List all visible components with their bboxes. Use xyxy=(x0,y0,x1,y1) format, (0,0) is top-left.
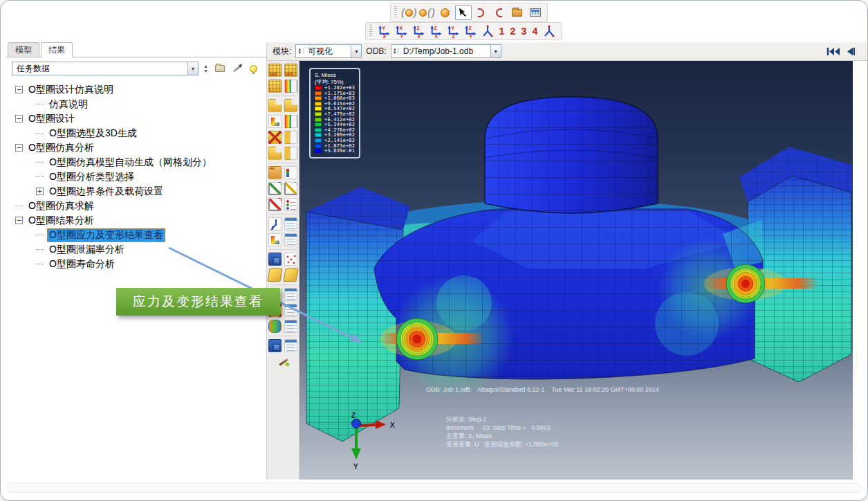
viewport-monitor-icon[interactable] xyxy=(527,5,544,20)
create-path-icon[interactable] xyxy=(268,217,281,230)
xy-manager-icon[interactable] xyxy=(284,198,297,211)
legend-swatch xyxy=(315,91,322,95)
module-spinner[interactable]: ▲▼ xyxy=(296,48,304,55)
collapse-icon[interactable]: − xyxy=(15,115,23,122)
ply-stack-options-icon[interactable] xyxy=(284,339,297,352)
tree-toolbar: 任务数据 ▼ ▲▼ xyxy=(12,62,262,75)
tree-item[interactable]: −O型圈结果分析 xyxy=(6,213,266,228)
tree-item[interactable]: O型圈泄漏率分析 xyxy=(6,242,266,257)
field-output-icon[interactable] xyxy=(268,80,281,93)
view-yx-button[interactable]: YX xyxy=(376,24,392,39)
shaded-sphere-icon[interactable] xyxy=(437,5,454,20)
view-zy-button[interactable]: ZY xyxy=(462,24,479,39)
viewport-3d[interactable]: S, Mises (平均: 75%) +1.282e+03+1.175e+03+… xyxy=(299,61,853,480)
toolbar-grip[interactable] xyxy=(369,25,372,37)
chevron-down-icon[interactable]: ▼ xyxy=(187,62,198,75)
collapse-icon[interactable]: − xyxy=(15,217,23,224)
odb-value: D:/Temp/Job-1.odb xyxy=(399,46,490,56)
tree-item[interactable]: −O型圈设计仿真说明 xyxy=(6,82,266,97)
task-data-select[interactable]: 任务数据 ▼ xyxy=(12,62,198,75)
view-yz-button[interactable]: YZ xyxy=(445,24,461,39)
svg-text:Y: Y xyxy=(400,34,404,38)
tree-item[interactable]: 仿真说明 xyxy=(6,97,266,111)
axes-options-button[interactable] xyxy=(541,24,557,39)
perspective-b-icon[interactable]: () xyxy=(418,5,435,20)
view-preset-1-button[interactable]: 1 xyxy=(497,24,507,39)
redo-icon[interactable] xyxy=(491,5,508,20)
view-preset-4-button[interactable]: 4 xyxy=(530,24,540,39)
display-group-manager-icon[interactable] xyxy=(283,268,298,282)
output-variables-icon[interactable] xyxy=(284,166,297,179)
tree-item[interactable]: O型圈分析类型选择 xyxy=(6,170,266,184)
tree-item[interactable]: O型圈仿真求解 xyxy=(6,199,266,213)
view-zx-button[interactable]: ZX xyxy=(427,24,444,39)
folder-up-icon[interactable] xyxy=(213,62,227,75)
rotate-view-icon[interactable] xyxy=(455,5,472,20)
view-zx-button[interactable]: ZX xyxy=(410,24,427,39)
xy-operate-icon[interactable] xyxy=(268,198,281,211)
tree-item[interactable]: O型圈寿命分析 xyxy=(6,257,266,271)
axes-triad: Z X Y xyxy=(342,412,405,473)
expand-icon[interactable]: + xyxy=(36,188,44,195)
odb-history-icon[interactable] xyxy=(268,166,281,179)
toolbar-grip[interactable] xyxy=(394,6,397,19)
view-xy-button[interactable]: XY xyxy=(393,24,409,39)
lightbulb-icon[interactable] xyxy=(246,62,260,75)
svg-text:X: X xyxy=(400,26,403,30)
odb-select[interactable]: ▲▼ D:/Temp/Job-1.odb ▼ xyxy=(391,44,501,58)
tree-item[interactable]: −O型圈仿真分析 xyxy=(6,140,266,155)
edit-pencil-icon[interactable] xyxy=(230,62,243,75)
toolbox-separator xyxy=(269,284,297,285)
free-body-cut-icon[interactable] xyxy=(268,320,281,333)
tree-item[interactable]: O型圈仿真模型自动生成（网格划分） xyxy=(6,155,266,170)
plot-deformed-icon[interactable] xyxy=(284,99,297,112)
chevron-down-icon[interactable]: ▼ xyxy=(351,45,361,57)
tree-item[interactable]: O型圈选型及3D生成 xyxy=(6,126,266,140)
skip-to-start-icon[interactable] xyxy=(826,47,840,56)
symbol-options-icon[interactable] xyxy=(284,131,297,144)
material-orientations-icon[interactable] xyxy=(268,147,281,160)
chevron-down-icon[interactable]: ▼ xyxy=(490,45,501,57)
tree-spinner[interactable]: ▲▼ xyxy=(201,64,210,73)
xy-data-create-icon[interactable] xyxy=(268,182,281,195)
spectrum-manager-icon[interactable] xyxy=(284,80,297,93)
tree-item[interactable]: O型圈应力及变形结果查看 xyxy=(6,228,266,242)
orientation-options-icon[interactable] xyxy=(284,147,297,160)
stress-markers-icon[interactable] xyxy=(284,253,297,266)
view-preset-2-button[interactable]: 2 xyxy=(508,24,518,39)
plot-symbols-icon[interactable] xyxy=(268,131,281,144)
xy-data-plot-icon[interactable] xyxy=(284,182,297,195)
tree-item[interactable]: +O型圈边界条件及载荷设置 xyxy=(6,184,266,199)
custom-view-axes-button[interactable] xyxy=(479,24,496,39)
probe-dialog-icon[interactable] xyxy=(284,233,297,246)
ply-stack-plot-icon[interactable] xyxy=(268,339,281,352)
display-group-create-icon[interactable] xyxy=(267,268,282,282)
element-labels-icon[interactable] xyxy=(268,64,281,77)
session-folder-icon[interactable] xyxy=(509,5,526,20)
tab-模型[interactable]: 模型 xyxy=(8,42,39,57)
collapse-icon[interactable]: − xyxy=(15,86,23,93)
undo-icon[interactable] xyxy=(473,5,490,20)
animation-options-icon[interactable] xyxy=(284,288,297,301)
probe-values-icon[interactable] xyxy=(268,233,281,246)
step-back-icon[interactable] xyxy=(845,47,855,56)
view-cut-manager-icon[interactable] xyxy=(268,253,281,266)
plot-contours-icon[interactable] xyxy=(268,115,281,128)
module-select[interactable]: ▲▼ 可视化 ▼ xyxy=(295,44,362,58)
odb-spinner[interactable]: ▲▼ xyxy=(391,48,399,55)
collapse-icon[interactable]: − xyxy=(15,144,23,152)
svg-text:X: X xyxy=(418,34,421,38)
perspective-a-icon[interactable]: () xyxy=(400,5,417,20)
contour-options-icon[interactable] xyxy=(284,115,297,128)
node-labels-icon[interactable] xyxy=(284,64,297,77)
tab-结果[interactable]: 结果 xyxy=(41,42,73,57)
path-manager-icon[interactable] xyxy=(284,217,297,230)
free-body-options-icon[interactable] xyxy=(284,320,297,333)
plot-undeformed-icon[interactable] xyxy=(268,99,281,112)
annotation-brush-icon[interactable] xyxy=(277,355,290,368)
section-options-icon[interactable] xyxy=(284,304,297,317)
tree-item[interactable]: −O型圈设计 xyxy=(6,111,266,126)
view-preset-3-button[interactable]: 3 xyxy=(519,24,529,39)
state-line: 主变量: S, Mises xyxy=(446,432,558,440)
svg-text:Z: Z xyxy=(452,34,455,38)
